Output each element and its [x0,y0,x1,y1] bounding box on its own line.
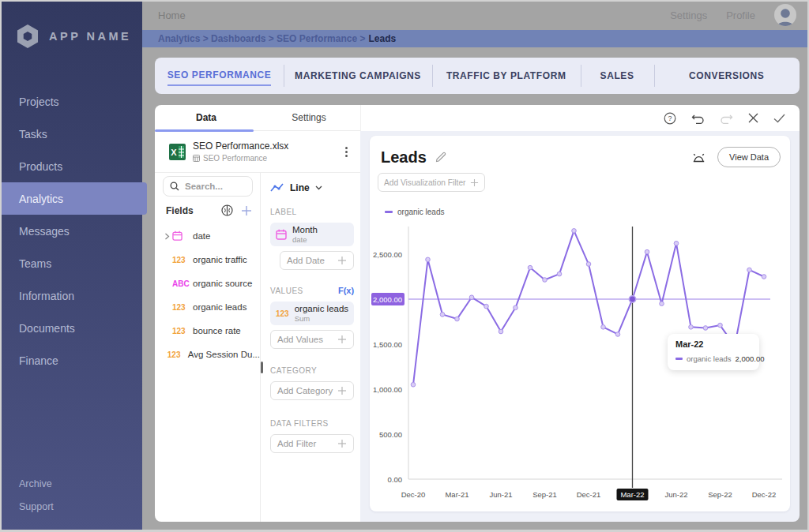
visualization-filter-input[interactable]: Add Visualization Filter [378,173,485,192]
tab-settings[interactable]: Settings [258,105,360,130]
data-point [572,229,577,234]
plus-icon [337,386,347,395]
filters-section-title: DATA FILTERS [270,419,354,428]
data-point [426,257,431,262]
legend-dash [385,211,393,213]
sidebar-item-teams[interactable]: Teams [0,247,142,279]
sidebar-footer-nav: ArchiveSupport [0,472,142,518]
edit-title-icon[interactable] [435,151,447,163]
dashboard-tab-seo-performance[interactable]: SEO PERFORMANCE [155,58,284,94]
add-filter-button[interactable]: Add Filter [270,434,354,453]
field-row-bounce-rate[interactable]: 123bounce rate [155,319,260,343]
values-chip-sub: Sum [295,314,348,323]
scrollbar-thumb[interactable] [261,362,263,373]
x-tick-label: Mar-21 [445,490,468,499]
dashboard-tab-sales[interactable]: SALES [581,58,654,94]
tooltip-series-dash [675,358,683,360]
excel-file-icon: X [169,144,186,160]
add-date-button[interactable]: Add Date [280,251,354,270]
number-type-badge: 123 [172,256,193,264]
label-chip-month[interactable]: Month date [270,223,354,246]
date-field-icon [172,230,193,242]
sidebar-item-projects[interactable]: Projects [0,85,142,118]
highlighted-data-point [629,296,635,302]
sidebar-item-information[interactable]: Information [0,279,142,312]
confirm-check-icon[interactable] [773,114,785,123]
data-point [660,302,664,306]
close-icon[interactable] [748,113,758,123]
y-tick-label: 1,000.00 [373,385,402,394]
data-point [514,305,518,310]
dashboard-tab-marketing-campaigns[interactable]: MARKETING CAMPAIGNS [284,58,432,94]
data-point [703,326,708,331]
data-point [674,242,679,246]
sidebar-item-products[interactable]: Products [0,150,142,182]
data-point [484,304,489,309]
values-chip-title: organic leads [295,304,348,313]
data-point [557,272,562,276]
data-model-icon[interactable] [221,204,233,216]
values-chip-organic-leads[interactable]: 123 organic leads Sum [270,302,354,325]
tooltip-value: 2,000.00 [736,354,765,363]
dashboard-tab-conversions[interactable]: CONVERSIONS [654,58,800,94]
data-point [469,295,474,300]
sidebar-item-documents[interactable]: Documents [0,312,142,344]
search-input[interactable]: Search... [163,176,253,197]
topbar-home-link[interactable]: Home [158,9,186,21]
file-row[interactable]: X SEO Performance.xlsx SEO Performance [155,131,360,173]
field-row-avg-session-du-[interactable]: 123Avg Session Du... [155,343,260,366]
svg-text:X: X [171,148,177,157]
y-tick-label: 2,000.00 [373,295,402,304]
field-row-organic-traffic[interactable]: 123organic traffic [155,248,260,272]
add-values-button[interactable]: Add Values [270,330,354,349]
sidebar-item-messages[interactable]: Messages [0,215,142,247]
y-tick-label: 2,500.00 [373,250,402,259]
topbar-settings-link[interactable]: Settings [670,9,707,21]
search-icon [170,182,179,191]
add-category-button[interactable]: Add Category [270,381,354,400]
chart-toolbar: ? [360,105,800,131]
number-type-badge: 123 [276,309,289,318]
avatar[interactable] [774,4,796,26]
chart-type-selector[interactable]: Line [270,182,354,193]
chevron-right-icon[interactable] [164,233,172,240]
tab-data[interactable]: Data [155,105,258,130]
file-menu-button[interactable] [344,145,349,159]
view-data-button[interactable]: View Data [717,147,781,167]
topbar: Home Settings Profile [142,0,809,30]
data-point [586,262,591,267]
sidebar-item-analytics[interactable]: Analytics [0,182,147,215]
sidebar-item-archive[interactable]: Archive [0,472,142,495]
chevron-down-icon [315,185,322,190]
x-tick-label: Mar-22 [620,490,644,499]
workspace: Data Settings X SEO Performance.xlsx [155,105,800,522]
hexagon-logo-icon [16,24,40,49]
sidebar-item-tasks[interactable]: Tasks [0,118,142,150]
tooltip-series-name: organic leads [687,354,732,363]
add-field-icon[interactable] [241,205,252,216]
fx-button[interactable]: F(x) [338,286,354,295]
field-row-date[interactable]: date [155,224,260,248]
redo-icon[interactable] [720,113,733,124]
dashboard-tab-traffic-by-platform[interactable]: TRAFFIC BY PLATFORM [432,58,581,94]
sidebar-item-support[interactable]: Support [0,495,142,518]
y-tick-label: 1,500.00 [373,340,402,349]
field-row-organic-leads[interactable]: 123organic leads [155,295,260,319]
field-row-organic-source[interactable]: ABCorganic source [155,272,260,295]
data-point [528,265,532,270]
x-tick-label: Jun-21 [489,490,512,499]
undo-icon[interactable] [691,113,705,124]
breadcrumb-path[interactable]: Analytics > Dashboards > SEO Performance… [158,33,365,44]
file-name: SEO Performance.xlsx [193,140,344,152]
person-icon [774,6,796,26]
data-point [499,329,503,334]
number-type-badge: 123 [167,350,188,359]
x-tick-label: Sep-21 [532,490,557,499]
topbar-profile-link[interactable]: Profile [726,9,755,21]
config-column: Line LABEL Month date [261,173,363,522]
data-point [440,313,445,317]
sidebar-item-finance[interactable]: Finance [0,344,142,377]
help-icon[interactable]: ? [664,112,676,125]
plus-icon [337,335,347,344]
alarm-icon[interactable] [691,151,706,164]
